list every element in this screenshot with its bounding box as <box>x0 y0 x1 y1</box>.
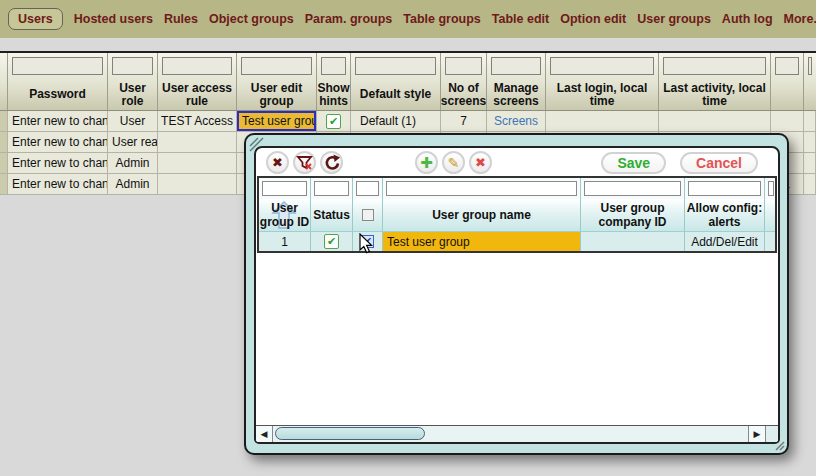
filter-row <box>0 53 816 79</box>
col-header-user-role: User role <box>108 79 158 110</box>
header-row: Password User role User access rule User… <box>0 79 816 110</box>
company-id-cell <box>581 232 685 251</box>
password-cell: Enter new to chan <box>8 132 108 152</box>
col-header-company-id[interactable]: User group company ID <box>581 199 685 231</box>
col-header-password: Password <box>8 79 108 110</box>
col-header-last-login: Last login, local time <box>546 79 659 110</box>
group-id-cell: 1 <box>259 232 311 251</box>
tab-hosted-users[interactable]: Hosted users <box>74 12 153 26</box>
scroll-right-button[interactable]: ▶ <box>748 426 765 442</box>
col-header-default-style: Default style <box>351 79 441 110</box>
tab-object-groups[interactable]: Object groups <box>209 12 294 26</box>
col-header-last-activity: Last activity, local time <box>659 79 771 110</box>
col-header-no-of-screens: No of screens <box>441 79 487 110</box>
filter-input-edit-group[interactable] <box>241 57 312 75</box>
save-button[interactable]: Save <box>601 152 666 174</box>
password-cell: Enter new to chan <box>8 174 108 194</box>
filter-input-allow-config[interactable] <box>688 181 761 196</box>
clear-filter-button[interactable] <box>293 151 316 174</box>
users-table-header: Password User role User access rule User… <box>0 53 816 111</box>
tab-option-edit[interactable]: Option edit <box>560 12 626 26</box>
filter-input-no-of-screens[interactable] <box>445 57 482 75</box>
filter-row <box>259 178 775 199</box>
add-button[interactable]: ✚ <box>415 151 438 174</box>
no-of-screens-cell: 7 <box>441 111 487 131</box>
access-rule-cell: TEST Access <box>158 111 237 131</box>
role-cell: Admin <box>108 153 158 173</box>
filter-input-group-id[interactable] <box>262 181 307 196</box>
col-header-manage-screens: Manage screens <box>487 79 546 110</box>
tab-table-edit[interactable]: Table edit <box>492 12 549 26</box>
role-cell: User <box>108 111 158 131</box>
tab-rules[interactable]: Rules <box>164 12 198 26</box>
col-header-extra <box>771 79 804 110</box>
role-cell: Admin <box>108 174 158 194</box>
password-cell: Enter new to chan <box>8 153 108 173</box>
screens-link[interactable]: Screens <box>494 114 538 128</box>
col-header-show-hints: Show hints <box>317 79 351 110</box>
filter-input-access-rule[interactable] <box>162 57 232 75</box>
tab-param-groups[interactable]: Param. groups <box>305 12 393 26</box>
filter-input-user-role[interactable] <box>112 57 153 75</box>
resize-grip-icon[interactable] <box>771 437 785 451</box>
password-cell: Enter new to chan <box>8 111 108 131</box>
refresh-button[interactable] <box>320 151 343 174</box>
user-group-row[interactable]: 1 ✔ ✔ Test user group Add/Del/Edit <box>259 231 775 251</box>
col-header-select-all <box>353 199 383 231</box>
tab-table-groups[interactable]: Table groups <box>403 12 481 26</box>
app-window: Users Hosted users Rules Object groups P… <box>0 0 816 476</box>
status-checkbox: ✔ <box>324 234 339 249</box>
filter-input-company-id[interactable] <box>584 181 681 196</box>
filter-input-extra[interactable] <box>775 57 799 75</box>
dialog-toolbar: ✖ ✚ ✎ ✖ Save Ca <box>256 148 778 174</box>
col-header-group-name[interactable]: User group name <box>383 199 581 231</box>
close-button[interactable]: ✖ <box>266 151 289 174</box>
tab-auth-log[interactable]: Auth log <box>722 12 773 26</box>
filter-input-status[interactable] <box>314 181 349 196</box>
filter-input-extra-2[interactable] <box>808 57 812 75</box>
col-header-status[interactable]: Status <box>311 199 353 231</box>
tab-bar: Users Hosted users Rules Object groups P… <box>0 0 816 38</box>
show-hints-checkbox[interactable]: ✔ <box>326 114 341 129</box>
table-row: Enter new to chan User TEST Access Test … <box>0 111 816 132</box>
group-name-cell[interactable]: Test user group <box>383 232 581 251</box>
edit-group-active-editor[interactable]: Test user grou <box>237 111 316 131</box>
filter-input-extra[interactable] <box>768 181 774 196</box>
filter-input-last-activity[interactable] <box>663 57 766 75</box>
horizontal-scrollbar: ◀ ▶ <box>256 425 778 442</box>
filter-input-last-login[interactable] <box>550 57 654 75</box>
user-group-table: User group ID Status User group name Use… <box>257 176 777 253</box>
delete-button[interactable]: ✖ <box>469 151 492 174</box>
tab-user-groups[interactable]: User groups <box>637 12 711 26</box>
filter-input-select[interactable] <box>356 181 379 196</box>
filter-input-manage-screens[interactable] <box>491 57 541 75</box>
scroll-left-button[interactable]: ◀ <box>256 426 273 442</box>
cancel-button[interactable]: Cancel <box>680 152 758 174</box>
mouse-cursor-icon <box>359 233 375 255</box>
col-header-edit-group: User edit group <box>237 79 317 110</box>
role-cell: User rea <box>108 132 158 152</box>
scrollbar-thumb[interactable] <box>275 427 425 440</box>
filter-input-default-style[interactable] <box>355 57 436 75</box>
col-header-access-rule: User access rule <box>158 79 237 110</box>
dialog-panel: ✖ ✚ ✎ ✖ Save Ca <box>254 146 780 444</box>
header-row: User group ID Status User group name Use… <box>259 199 775 231</box>
refresh-icon <box>323 154 340 171</box>
scrollbar-track[interactable] <box>273 426 748 442</box>
user-group-picker-dialog: ✖ ✚ ✎ ✖ Save Ca <box>244 133 789 455</box>
col-header-allow-config[interactable]: Allow config: alerts <box>685 199 765 231</box>
select-all-checkbox[interactable] <box>362 209 374 221</box>
col-header-group-id[interactable]: User group ID <box>259 199 311 231</box>
default-style-cell: Default (1) <box>351 111 441 131</box>
tab-users[interactable]: Users <box>8 8 63 30</box>
filter-input-show-hints[interactable] <box>321 57 346 75</box>
col-header-extra-2 <box>804 79 816 110</box>
tab-more[interactable]: More... <box>784 12 816 26</box>
filter-input-password[interactable] <box>12 57 103 75</box>
filter-funnel-icon <box>296 154 313 171</box>
edit-button[interactable]: ✎ <box>442 151 465 174</box>
allow-config-cell: Add/Del/Edit <box>685 232 765 251</box>
filter-input-group-name[interactable] <box>386 181 577 196</box>
